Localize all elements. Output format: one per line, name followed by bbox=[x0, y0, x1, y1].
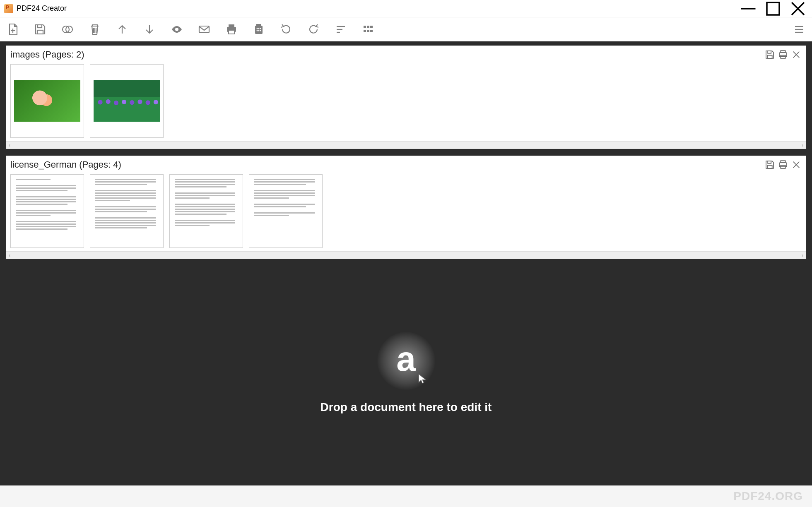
minimize-button[interactable] bbox=[736, 0, 761, 17]
scroll-left-icon[interactable]: ‹ bbox=[9, 252, 10, 258]
svg-rect-17 bbox=[229, 24, 234, 27]
image-thumbnail bbox=[14, 80, 80, 122]
document-header: images (Pages: 2) bbox=[6, 46, 806, 62]
svg-rect-41 bbox=[767, 55, 772, 58]
drop-hint-text: Drop a document here to edit it bbox=[320, 401, 492, 414]
svg-rect-6 bbox=[38, 25, 42, 28]
drop-icon: a bbox=[377, 332, 435, 390]
document-print-button[interactable] bbox=[777, 48, 789, 61]
svg-rect-32 bbox=[367, 26, 369, 28]
page-thumbnail[interactable] bbox=[90, 64, 164, 138]
document-name: license_German bbox=[10, 159, 77, 170]
horizontal-scrollbar[interactable]: ‹ › bbox=[6, 141, 806, 149]
svg-rect-1 bbox=[767, 2, 779, 15]
drop-zone[interactable]: a Drop a document here to edit it bbox=[6, 266, 806, 480]
rotate-right-button[interactable] bbox=[306, 22, 321, 37]
svg-rect-36 bbox=[370, 30, 373, 32]
svg-point-23 bbox=[258, 28, 260, 29]
menu-button[interactable] bbox=[791, 22, 807, 37]
image-thumbnail bbox=[94, 80, 160, 122]
sort-button[interactable] bbox=[333, 22, 349, 37]
workspace: images (Pages: 2) ‹ › license_German bbox=[0, 41, 812, 485]
rotate-left-button[interactable] bbox=[278, 22, 294, 37]
svg-rect-40 bbox=[768, 51, 771, 53]
fax-button[interactable] bbox=[251, 22, 267, 37]
merge-button[interactable] bbox=[60, 22, 75, 37]
svg-rect-35 bbox=[367, 30, 369, 32]
maximize-button[interactable] bbox=[761, 0, 785, 17]
document-name: images bbox=[10, 49, 40, 60]
document-pages-label: (Pages: 2) bbox=[42, 49, 84, 60]
document-panel[interactable]: license_German (Pages: 4) bbox=[6, 156, 806, 259]
svg-rect-34 bbox=[364, 30, 366, 32]
svg-point-26 bbox=[258, 30, 260, 31]
scroll-right-icon[interactable]: › bbox=[802, 252, 803, 258]
save-button[interactable] bbox=[32, 22, 48, 37]
svg-point-25 bbox=[257, 30, 258, 31]
page-thumbnail[interactable] bbox=[90, 174, 164, 248]
grid-view-button[interactable] bbox=[360, 22, 376, 37]
scroll-left-icon[interactable]: ‹ bbox=[9, 142, 10, 148]
svg-rect-20 bbox=[255, 26, 263, 34]
page-thumbnail[interactable] bbox=[249, 174, 323, 248]
svg-rect-19 bbox=[229, 30, 234, 34]
move-down-button[interactable] bbox=[142, 22, 157, 37]
window-title: PDF24 Creator bbox=[17, 4, 67, 13]
main-toolbar bbox=[0, 17, 812, 41]
new-file-button[interactable] bbox=[5, 22, 21, 37]
brand-label: PDF24.ORG bbox=[733, 490, 803, 503]
document-close-button[interactable] bbox=[790, 48, 802, 61]
svg-point-27 bbox=[260, 30, 261, 31]
svg-rect-33 bbox=[370, 26, 373, 28]
thumbnail-row bbox=[6, 173, 806, 251]
document-header: license_German (Pages: 4) bbox=[6, 156, 806, 173]
svg-rect-48 bbox=[767, 166, 772, 168]
horizontal-scrollbar[interactable]: ‹ › bbox=[6, 251, 806, 259]
scroll-right-icon[interactable]: › bbox=[802, 142, 803, 148]
thumbnail-row bbox=[6, 62, 806, 141]
svg-point-15 bbox=[175, 28, 178, 31]
svg-rect-31 bbox=[364, 26, 366, 28]
close-button[interactable] bbox=[785, 0, 810, 17]
print-button[interactable] bbox=[224, 22, 239, 37]
app-icon bbox=[4, 4, 13, 13]
preview-button[interactable] bbox=[169, 22, 185, 37]
page-thumbnail[interactable] bbox=[10, 64, 84, 138]
email-button[interactable] bbox=[196, 22, 212, 37]
svg-point-22 bbox=[257, 28, 258, 29]
move-up-button[interactable] bbox=[114, 22, 130, 37]
drop-glyph: a bbox=[396, 339, 416, 379]
document-save-button[interactable] bbox=[764, 48, 776, 61]
svg-point-24 bbox=[260, 28, 261, 29]
footer: PDF24.ORG bbox=[0, 485, 812, 507]
svg-rect-7 bbox=[37, 30, 43, 34]
cursor-icon bbox=[417, 373, 428, 386]
page-thumbnail[interactable] bbox=[10, 174, 84, 248]
svg-rect-21 bbox=[256, 24, 261, 26]
document-print-button[interactable] bbox=[777, 159, 789, 171]
document-pages-label: (Pages: 4) bbox=[79, 159, 121, 170]
document-save-button[interactable] bbox=[764, 159, 776, 171]
document-close-button[interactable] bbox=[790, 159, 802, 171]
document-panel[interactable]: images (Pages: 2) ‹ › bbox=[6, 46, 806, 149]
svg-rect-47 bbox=[768, 161, 771, 163]
titlebar: PDF24 Creator bbox=[0, 0, 812, 17]
page-thumbnail[interactable] bbox=[169, 174, 243, 248]
delete-button[interactable] bbox=[87, 22, 103, 37]
